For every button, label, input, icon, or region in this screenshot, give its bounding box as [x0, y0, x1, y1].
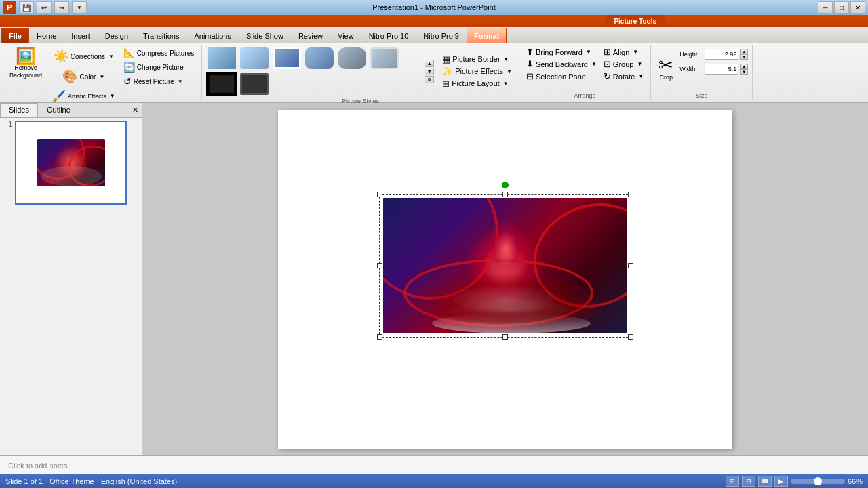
height-spin-up[interactable]: ▲ [740, 49, 748, 54]
reset-picture-button[interactable]: ↺ Reset Picture ▼ [120, 75, 197, 88]
handle-top-right[interactable] [628, 192, 633, 197]
style-gallery-nav: ▲ ▼ ≡ [425, 60, 434, 83]
canvas-area[interactable] [142, 103, 868, 455]
send-backward-button[interactable]: ⬇ Send Backward ▼ [524, 58, 599, 70]
gallery-scroll-up[interactable]: ▲ [425, 60, 434, 67]
handle-middle-left[interactable] [377, 263, 382, 268]
quick-undo[interactable]: ↩ [37, 1, 52, 14]
width-input[interactable] [705, 64, 738, 75]
slide-sorter-button[interactable]: ⊟ [742, 476, 755, 487]
selection-pane-button[interactable]: ⊟ Selection Pane [524, 70, 599, 82]
height-input[interactable] [705, 49, 738, 60]
rotate-button[interactable]: ↻ Rotate ▼ [601, 70, 646, 82]
slide-thumbnail-1[interactable] [15, 121, 127, 205]
size-label: Size [696, 92, 708, 99]
style-thumb-3[interactable] [271, 46, 302, 70]
normal-view-button[interactable]: ⊞ [726, 476, 739, 487]
notes-bar[interactable]: Click to add notes [0, 455, 868, 474]
change-picture-button[interactable]: 🔄 Change Picture [120, 60, 197, 74]
tab-file[interactable]: File [1, 28, 29, 43]
ribbon-group-picture-styles: ▲ ▼ ≡ ▦ Picture Border ▼ ✨ Picture Effec… [202, 45, 519, 100]
picture-effects-button[interactable]: ✨ Picture Effects ▼ [439, 66, 515, 77]
send-backward-icon: ⬇ [526, 59, 534, 69]
handle-bottom-left[interactable] [377, 334, 382, 340]
align-button[interactable]: ⊞ Align ▼ [601, 46, 646, 58]
handle-middle-right[interactable] [628, 263, 633, 268]
zoom-level: 66% [848, 477, 863, 485]
arrange-content: ⬆ Bring Forward ▼ ⬇ Send Backward ▼ ⊟ Se… [524, 46, 646, 91]
width-field: Width: ▲ ▼ [679, 64, 748, 75]
height-spinner: ▲ ▼ [740, 49, 748, 60]
slideshow-button[interactable]: ▶ [774, 476, 788, 487]
width-spin-up[interactable]: ▲ [740, 64, 748, 69]
style-thumb-1[interactable] [206, 46, 237, 70]
tab-nitro9[interactable]: Nitro Pro 9 [416, 28, 467, 43]
arrange-label: Arrange [574, 92, 596, 99]
send-backward-dropdown: ▼ [591, 61, 597, 67]
picture-effects-icon: ✨ [442, 66, 453, 77]
color-button[interactable]: 🎨 Color ▼ [49, 66, 119, 87]
close-button[interactable]: ✕ [850, 1, 865, 14]
style-thumb-8[interactable] [239, 72, 270, 96]
status-left: Slide 1 of 1 Office Theme English (Unite… [5, 477, 177, 485]
rotation-handle[interactable] [502, 182, 509, 188]
handle-top-left[interactable] [377, 192, 382, 197]
tab-transitions[interactable]: Transitions [136, 28, 186, 43]
rotate-icon: ↻ [604, 71, 611, 81]
tab-format[interactable]: Format [467, 28, 507, 43]
style-thumb-5[interactable] [336, 46, 368, 70]
style-thumb-2[interactable] [239, 46, 270, 70]
group-button[interactable]: ⊡ Group ▼ [601, 58, 646, 70]
panel-close-button[interactable]: ✕ [128, 103, 142, 117]
tab-slides[interactable]: Slides [0, 103, 38, 117]
quick-customize[interactable]: ▼ [72, 1, 87, 14]
tab-home[interactable]: Home [29, 28, 64, 43]
height-spin-down[interactable]: ▼ [740, 54, 748, 60]
crop-button[interactable]: ✂ Crop [655, 46, 677, 91]
zoom-slider[interactable] [791, 479, 845, 484]
canvas-image[interactable] [383, 198, 627, 333]
ribbon-group-adjust: 🖼️ Remove Background ☀️ Corrections ▼ 🎨 … [0, 45, 202, 100]
minimize-button[interactable]: ─ [818, 1, 833, 14]
gallery-expand[interactable]: ≡ [425, 76, 434, 83]
quick-redo[interactable]: ↪ [54, 1, 69, 14]
left-panel: Slides Outline ✕ 1 [0, 103, 142, 455]
zoom-thumb[interactable] [814, 477, 822, 485]
tab-view[interactable]: View [330, 28, 361, 43]
tab-outline[interactable]: Outline [38, 103, 79, 117]
slide-canvas[interactable] [278, 110, 732, 449]
quick-save[interactable]: 💾 [19, 1, 34, 14]
title-bar-left: P 💾 ↩ ↪ ▼ [3, 1, 87, 14]
slide-info: Slide 1 of 1 [5, 477, 43, 485]
artistic-effects-button[interactable]: 🖌️ Artistic Effects ▼ [49, 87, 119, 105]
tab-nitro10[interactable]: Nitro Pro 10 [361, 28, 416, 43]
picture-layout-button[interactable]: ⊞ Picture Layout ▼ [439, 78, 515, 89]
style-thumb-7[interactable] [206, 72, 237, 96]
ribbon: 🖼️ Remove Background ☀️ Corrections ▼ 🎨 … [0, 43, 868, 103]
handle-top-center[interactable] [502, 192, 508, 197]
corrections-dropdown-arrow: ▼ [108, 54, 114, 60]
width-spin-down[interactable]: ▼ [740, 69, 748, 75]
compress-pictures-button[interactable]: 📐 Compress Pictures [120, 46, 197, 60]
reading-view-button[interactable]: 📖 [758, 476, 772, 487]
tab-review[interactable]: Review [291, 28, 330, 43]
corrections-button[interactable]: ☀️ Corrections ▼ [49, 46, 119, 66]
style-thumb-4[interactable] [304, 46, 335, 70]
restore-button[interactable]: □ [834, 1, 849, 14]
handle-bottom-right[interactable] [628, 334, 633, 340]
remove-background-button[interactable]: 🖼️ Remove Background [4, 46, 47, 81]
picture-border-button[interactable]: ▦ Picture Border ▼ [439, 54, 515, 65]
gallery-scroll-down[interactable]: ▼ [425, 68, 434, 75]
selected-image-container[interactable] [383, 198, 627, 333]
picture-effects-label: Picture Effects [455, 67, 503, 75]
slide-thumbnails-panel: 1 [0, 118, 142, 455]
style-thumb-6[interactable] [369, 46, 400, 70]
tab-insert[interactable]: Insert [64, 28, 98, 43]
handle-bottom-center[interactable] [502, 334, 508, 340]
compress-icon: 📐 [123, 47, 135, 58]
align-dropdown: ▼ [633, 49, 638, 55]
bring-forward-button[interactable]: ⬆ Bring Forward ▼ [524, 46, 599, 58]
tab-design[interactable]: Design [98, 28, 136, 43]
tab-animations[interactable]: Animations [186, 28, 238, 43]
tab-slideshow[interactable]: Slide Show [239, 28, 291, 43]
